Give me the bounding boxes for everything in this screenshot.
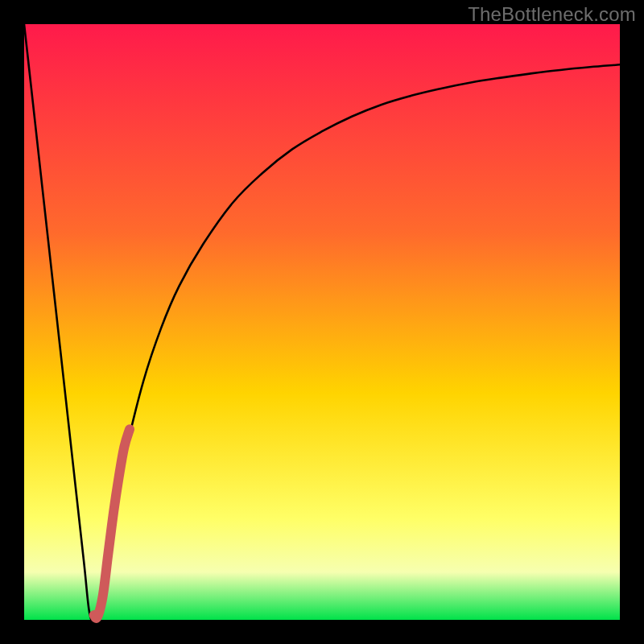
watermark-text: TheBottleneck.com [468,3,636,26]
chart-frame: { "watermark": "TheBottleneck.com", "col… [0,0,644,644]
bottleneck-chart [0,0,644,644]
